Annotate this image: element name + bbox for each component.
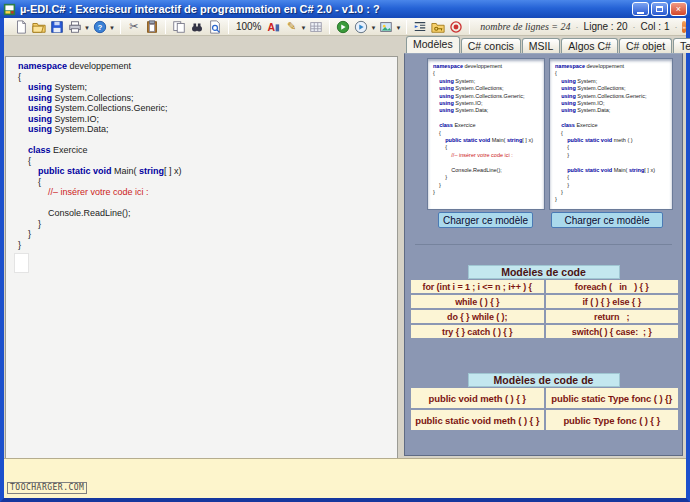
code-model-cell[interactable]: public Type fonc ( ) { } [546, 410, 679, 430]
code-line [433, 159, 544, 166]
find-in-document-icon[interactable] [207, 19, 223, 34]
code-editor[interactable]: namespace developpement{ using System; u… [5, 56, 398, 471]
code-model-cell[interactable]: public static void meth ( ) { } [411, 410, 544, 430]
copy-icon[interactable] [171, 19, 187, 34]
insert-image-icon[interactable] [378, 19, 394, 34]
code-model-cell[interactable]: switch( ) { case: ; } [546, 325, 679, 338]
save-icon[interactable] [49, 19, 65, 34]
code-line: { [555, 130, 672, 137]
code-line: using System.IO; [555, 100, 672, 107]
code-line [18, 198, 397, 209]
code-model-cell[interactable]: while ( ) { } [411, 295, 544, 308]
code-line: public static void Main( string[ ] x) [555, 167, 672, 174]
code-line: using System; [18, 82, 397, 93]
code-line [555, 159, 672, 166]
main-area: namespace developpement{ using System; u… [4, 36, 686, 458]
code-models-table: for (int i = 1 ; i <= n ; i++ ) {foreach… [411, 280, 678, 338]
code-model-cell[interactable]: for (int i = 1 ; i <= n ; i++ ) { [411, 280, 544, 293]
line-label: Ligne : 20 [584, 21, 628, 32]
help-icon[interactable]: ? [92, 19, 108, 34]
maximize-button[interactable] [651, 2, 668, 16]
code-model-cell[interactable]: public static Type fonc ( ) {} [546, 388, 679, 408]
code-line: class Exercice [433, 122, 544, 129]
code-model-cell[interactable]: public void meth ( ) { } [411, 388, 544, 408]
code-line: namespace developpement [18, 61, 397, 72]
tab-page-modeles: namespace developpement{ using System; u… [404, 53, 683, 456]
open-file-icon[interactable] [31, 19, 47, 34]
code-line: { [555, 144, 672, 151]
code-line: using System.IO; [18, 114, 397, 125]
tab-msil[interactable]: MSIL [522, 38, 561, 53]
svg-text:A: A [268, 20, 276, 32]
model-preview-left[interactable]: namespace developpement{ using System; u… [427, 58, 545, 210]
code-line: } [555, 182, 672, 189]
code-line: } [18, 229, 397, 240]
code-line: using System.Collections.Generic; [433, 93, 544, 100]
horizontal-separator [415, 244, 672, 245]
close-button[interactable]: × [670, 2, 687, 16]
model-right-code: namespace developpement{ using System; u… [550, 59, 672, 204]
paste-icon[interactable] [144, 19, 160, 34]
model-preview-right[interactable]: namespace developpement{ using System; u… [549, 58, 673, 210]
font-color-icon[interactable]: A [265, 19, 281, 34]
image-dropdown-icon[interactable]: ▼ [395, 25, 401, 31]
tab-testez-vous[interactable]: Testez vous [673, 38, 690, 53]
code-line: } [555, 196, 672, 203]
pencil-dropdown-icon[interactable]: ▼ [300, 25, 306, 31]
code-line: { [433, 144, 544, 151]
status-group: nombre de lignes = 24 · Ligne : 20 · Col… [480, 21, 682, 32]
load-model-left-button[interactable]: Charger ce modèle [438, 212, 533, 228]
status-separator: · [674, 22, 677, 32]
new-document-icon[interactable] [13, 19, 29, 34]
load-model-right-button[interactable]: Charger ce modèle [551, 212, 663, 228]
code-model-cell[interactable]: try { } catch ( ) { } [411, 325, 544, 338]
maximize-icon [656, 6, 663, 12]
run-dropdown-icon[interactable]: ▼ [370, 25, 376, 31]
run-options-icon[interactable] [353, 19, 369, 34]
code-line: } [555, 152, 672, 159]
find-icon[interactable] [189, 19, 205, 34]
tab-algos-c-[interactable]: Algos C# [561, 38, 618, 53]
insert-table-icon[interactable] [308, 19, 324, 34]
print-icon[interactable] [67, 19, 83, 34]
code-line: Console.ReadLine(); [18, 208, 397, 219]
code-line: { [18, 72, 397, 83]
tab-mod-les[interactable]: Modèles [406, 36, 460, 53]
code-model-cell[interactable]: return ; [546, 310, 679, 323]
code-line: Console.ReadLine(); [433, 167, 544, 174]
cut-icon[interactable]: ✂ [126, 19, 142, 34]
footer-strip: TOOCHARGER.COM [4, 458, 686, 498]
code-line: { [555, 174, 672, 181]
tab-strip: ModèlesC# concisMSILAlgos C#C# objetTest… [404, 36, 683, 53]
app-icon [3, 3, 16, 16]
record-icon[interactable] [448, 19, 464, 34]
code-model-cell[interactable]: do { } while ( ); [411, 310, 544, 323]
code-line: class Exercice [18, 145, 397, 156]
minimize-icon [637, 12, 644, 14]
code-line: { [18, 177, 397, 188]
code-line: using System.Collections; [555, 85, 672, 92]
minimize-button[interactable] [632, 2, 649, 16]
code-line: } [433, 182, 544, 189]
tab-c-concis[interactable]: C# concis [461, 38, 521, 53]
execute-icon[interactable] [335, 19, 351, 34]
indent-icon[interactable] [412, 19, 428, 34]
code-model-cell[interactable]: if ( ) { } else { } [546, 295, 679, 308]
code-line: namespace developpement [555, 63, 672, 70]
status-separator: · [633, 22, 636, 32]
tab-c-objet[interactable]: C# objet [619, 38, 672, 53]
toolbar-separator [165, 20, 166, 34]
window-frame: ▼ ? ▼ ✂ 100% A ✎ ▼ ▼ ▼ [0, 18, 690, 502]
permissions-icon[interactable] [430, 19, 446, 34]
code-line: using System.Collections.Generic; [555, 93, 672, 100]
code-line: namespace developpement [433, 63, 544, 70]
print-dropdown-icon[interactable]: ▼ [84, 25, 90, 31]
code-model-cell[interactable]: foreach ( in ) { } [546, 280, 679, 293]
code-line [555, 115, 672, 122]
toolbar-overflow-button[interactable]: » [682, 21, 685, 33]
pencil-icon[interactable]: ✎ [283, 19, 299, 34]
model-left-code: namespace developpement{ using System; u… [428, 59, 544, 196]
help-dropdown-icon[interactable]: ▼ [109, 25, 115, 31]
code-line: } [433, 174, 544, 181]
toolbar-separator [228, 20, 229, 34]
